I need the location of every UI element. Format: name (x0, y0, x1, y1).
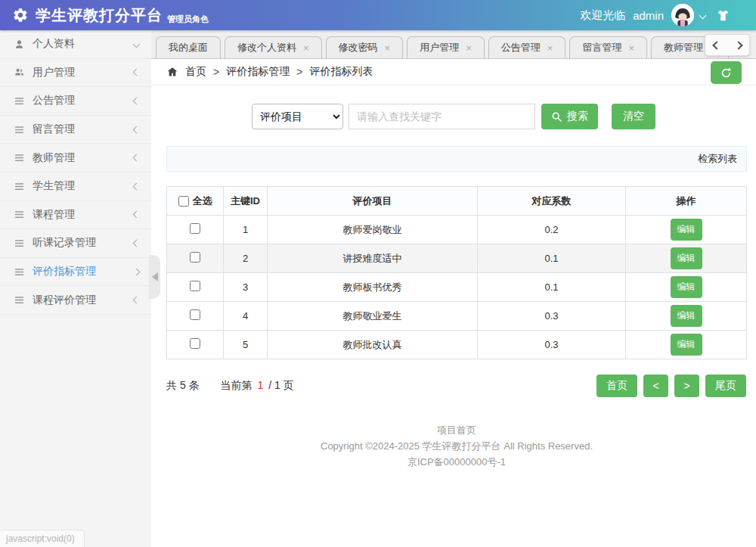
table-row: 2 讲授难度适中 0.1 编辑 (167, 244, 747, 273)
cell-id: 3 (224, 273, 268, 302)
select-all-label: 全选 (193, 194, 212, 208)
list-icon (14, 209, 25, 220)
current-page-prefix: 当前第 (221, 379, 253, 391)
list-icon (14, 266, 25, 278)
cell-coefficient: 0.1 (478, 244, 626, 273)
sidebar-item-courses[interactable]: 课程管理 (0, 201, 151, 230)
cell-coefficient: 0.2 (478, 216, 626, 244)
sidebar-item-messages[interactable]: 留言管理 (0, 116, 151, 145)
search-type-select[interactable]: 评价项目 (252, 104, 343, 129)
search-button-label: 搜索 (567, 110, 588, 123)
sidebar-item-teachers[interactable]: 教师管理 (0, 144, 151, 172)
tab-bar: 我的桌面 修改个人资料 修改密码 用户管理 公告管理 (151, 30, 756, 59)
page-footer: 项目首页 Copyright ©2024-2025 学生评教打分平台 All R… (166, 422, 747, 470)
sidebar-item-label: 课程评价管理 (33, 294, 126, 307)
close-icon[interactable] (385, 43, 391, 53)
cell-coefficient: 0.3 (478, 331, 626, 359)
chevron-left-icon (133, 297, 141, 304)
row-checkbox[interactable] (190, 309, 200, 320)
tab-user-management[interactable]: 用户管理 (407, 36, 485, 58)
edit-button[interactable]: 编辑 (671, 334, 702, 356)
footer-icp: 京ICP备00000000号-1 (166, 454, 747, 470)
sidebar-item-label: 听课记录管理 (33, 236, 126, 250)
row-checkbox[interactable] (190, 281, 200, 291)
table-header-row: 全选 主键ID 评价项目 对应系数 操作 (167, 187, 747, 216)
chevron-right-icon (133, 268, 141, 275)
cell-project: 教师批改认真 (268, 331, 478, 359)
breadcrumb-level1[interactable]: 评价指标管理 (226, 65, 290, 79)
first-page-button[interactable]: 首页 (596, 375, 637, 397)
chevron-left-icon (133, 182, 141, 190)
avatar[interactable] (671, 4, 694, 26)
tab-scroll-left-icon[interactable] (712, 41, 720, 49)
tab-label: 教师管理 (664, 41, 703, 54)
clear-button[interactable]: 清空 (612, 104, 655, 129)
search-button[interactable]: 搜索 (541, 104, 598, 129)
users-icon (14, 67, 25, 78)
close-icon[interactable] (303, 43, 309, 53)
edit-button[interactable]: 编辑 (671, 247, 702, 269)
edit-button[interactable]: 编辑 (671, 276, 702, 298)
sidebar-item-announcements[interactable]: 公告管理 (0, 87, 151, 116)
row-checkbox[interactable] (190, 338, 200, 349)
column-header-actions: 操作 (626, 187, 747, 216)
close-icon[interactable] (628, 43, 634, 53)
sidebar-item-profile[interactable]: 个人资料 (0, 30, 151, 59)
tab-announcement-management[interactable]: 公告管理 (488, 36, 566, 58)
tab-message-management[interactable]: 留言管理 (569, 36, 647, 58)
chevron-down-icon (133, 40, 141, 48)
tab-label: 用户管理 (420, 41, 459, 54)
sidebar-item-users[interactable]: 用户管理 (0, 59, 151, 88)
cell-project: 教师爱岗敬业 (268, 216, 478, 244)
welcome-text: 欢迎光临 (580, 8, 625, 23)
pagination: 共 5 条 当前第 1 / 1 页 首页 < > 尾页 (166, 375, 746, 397)
sidebar-item-label: 课程管理 (33, 208, 126, 222)
list-panel-title: 检索列表 (698, 152, 737, 166)
sidebar: 个人资料 用户管理 公告管理 留言管理 教师管理 (0, 30, 151, 547)
sidebar-item-label: 公告管理 (33, 94, 126, 107)
theme-tshirt-icon[interactable] (716, 8, 730, 23)
close-icon[interactable] (547, 43, 553, 53)
select-all-checkbox[interactable] (178, 196, 189, 207)
close-icon[interactable] (466, 43, 472, 53)
username-text[interactable]: admin (633, 9, 664, 22)
prev-page-button[interactable]: < (643, 375, 668, 397)
user-menu-chevron-down-icon[interactable] (699, 11, 707, 19)
breadcrumb-home[interactable]: 首页 (185, 65, 206, 79)
refresh-button[interactable] (711, 61, 742, 84)
indicator-table: 全选 主键ID 评价项目 对应系数 操作 1 教师爱岗敬业 (166, 186, 747, 359)
breadcrumb-separator: > (213, 66, 219, 78)
row-checkbox[interactable] (190, 252, 200, 263)
cell-id: 4 (224, 302, 268, 331)
edit-button[interactable]: 编辑 (671, 219, 702, 241)
edit-button[interactable]: 编辑 (671, 305, 702, 327)
chevron-left-icon (133, 211, 141, 219)
table-row: 3 教师板书优秀 0.1 编辑 (167, 273, 747, 302)
tab-change-password[interactable]: 修改密码 (326, 36, 404, 58)
list-icon (14, 238, 25, 249)
next-page-button[interactable]: > (674, 375, 699, 397)
status-bar: javascript:void(0) (0, 530, 85, 547)
home-icon (166, 66, 178, 78)
sidebar-item-lecture-records[interactable]: 听课记录管理 (0, 229, 151, 258)
breadcrumb-current: 评价指标列表 (309, 65, 373, 79)
sidebar-item-students[interactable]: 学生管理 (0, 172, 151, 201)
tab-label: 修改个人资料 (237, 41, 296, 54)
tab-label: 公告管理 (501, 41, 541, 54)
chevron-left-icon (133, 69, 141, 76)
search-input[interactable] (349, 104, 535, 129)
chevron-left-icon (133, 240, 141, 247)
tab-my-desktop[interactable]: 我的桌面 (156, 36, 221, 58)
row-checkbox[interactable] (190, 223, 200, 234)
cell-id: 5 (224, 331, 268, 359)
tab-edit-profile[interactable]: 修改个人资料 (225, 36, 322, 58)
sidebar-item-evaluation-indicators[interactable]: 评价指标管理 (0, 258, 151, 287)
pagination-buttons: 首页 < > 尾页 (596, 375, 746, 397)
footer-home-link[interactable]: 项目首页 (166, 422, 747, 438)
tab-scroll-right-icon[interactable] (734, 41, 742, 49)
refresh-icon (720, 67, 733, 79)
sidebar-item-course-evaluation[interactable]: 课程评价管理 (0, 286, 151, 315)
cell-coefficient: 0.1 (478, 273, 626, 302)
sidebar-collapse-handle[interactable] (149, 255, 160, 299)
last-page-button[interactable]: 尾页 (705, 375, 746, 397)
